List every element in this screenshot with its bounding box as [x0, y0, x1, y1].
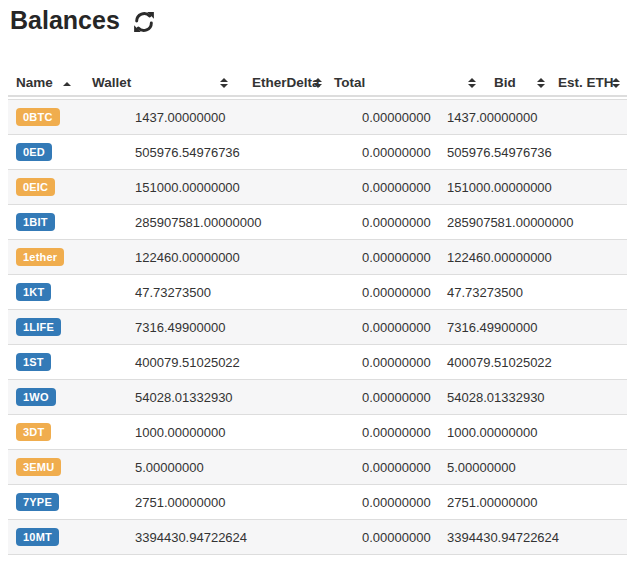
column-header-name[interactable]: Name — [16, 75, 53, 90]
name-cell: 1ether — [8, 248, 135, 266]
total-value: 7316.49900000 — [447, 320, 627, 335]
total-value: 2751.00000000 — [447, 495, 627, 510]
wallet-value: 400079.51025022 — [135, 355, 362, 370]
sort-ascending-icon[interactable] — [63, 82, 71, 86]
total-value: 54028.01332930 — [447, 390, 627, 405]
table-row: 1ether 122460.00000000 0.00000000 122460… — [8, 239, 627, 274]
token-badge: 0BTC — [16, 108, 60, 126]
balances-table: 0BTC 1437.00000000 0.00000000 1437.00000… — [8, 99, 627, 555]
total-value: 47.73273500 — [447, 285, 627, 300]
name-cell: 1BIT — [8, 213, 135, 231]
token-badge: 7YPE — [16, 493, 59, 511]
total-value: 1437.00000000 — [447, 110, 627, 125]
wallet-value: 122460.00000000 — [135, 250, 362, 265]
sort-both-directions-icon[interactable] — [220, 78, 228, 88]
token-badge: 3DT — [16, 423, 51, 441]
name-cell: 10MT — [8, 528, 135, 546]
sort-both-directions-icon[interactable] — [468, 78, 476, 88]
wallet-value: 1000.00000000 — [135, 425, 362, 440]
token-badge: 1LIFE — [16, 318, 61, 336]
etherdelta-value: 0.00000000 — [362, 425, 447, 440]
name-cell: 1ST — [8, 353, 135, 371]
etherdelta-value: 0.00000000 — [362, 495, 447, 510]
sort-both-directions-icon[interactable] — [314, 78, 322, 88]
etherdelta-value: 0.00000000 — [362, 110, 447, 125]
etherdelta-value: 0.00000000 — [362, 285, 447, 300]
total-value: 3394430.94722624 — [447, 530, 627, 545]
name-cell: 7YPE — [8, 493, 135, 511]
table-row: 1WO 54028.01332930 0.00000000 54028.0133… — [8, 379, 627, 414]
total-value: 285907581.00000000 — [447, 215, 627, 230]
wallet-value: 5.00000000 — [135, 460, 362, 475]
name-cell: 1KT — [8, 283, 135, 301]
table-row: 10MT 3394430.94722624 0.00000000 3394430… — [8, 519, 627, 554]
table-header-row: NameWalletEtherDeltaTotalBidEst. ETH — [8, 70, 627, 97]
wallet-value: 7316.49900000 — [135, 320, 362, 335]
token-badge: 0ED — [16, 143, 52, 161]
name-cell: 0ED — [8, 143, 135, 161]
name-cell: 1LIFE — [8, 318, 135, 336]
total-value: 151000.00000000 — [447, 180, 627, 195]
sort-both-directions-icon[interactable] — [612, 78, 620, 88]
total-value: 122460.00000000 — [447, 250, 627, 265]
etherdelta-value: 0.00000000 — [362, 215, 447, 230]
sort-both-directions-icon[interactable] — [537, 78, 545, 88]
etherdelta-value: 0.00000000 — [362, 460, 447, 475]
column-header-est-eth[interactable]: Est. ETH — [558, 75, 614, 90]
table-row: 0ED 505976.54976736 0.00000000 505976.54… — [8, 134, 627, 169]
total-value: 400079.51025022 — [447, 355, 627, 370]
table-row: 3DT 1000.00000000 0.00000000 1000.000000… — [8, 414, 627, 449]
column-header-total[interactable]: Total — [334, 75, 365, 90]
page-title: Balances — [10, 5, 120, 35]
table-row: 0EIC 151000.00000000 0.00000000 151000.0… — [8, 169, 627, 204]
table-row: 1BIT 285907581.00000000 0.00000000 28590… — [8, 204, 627, 239]
etherdelta-value: 0.00000000 — [362, 250, 447, 265]
etherdelta-value: 0.00000000 — [362, 390, 447, 405]
name-cell: 0BTC — [8, 108, 135, 126]
wallet-value: 3394430.94722624 — [135, 530, 362, 545]
etherdelta-value: 0.00000000 — [362, 145, 447, 160]
etherdelta-value: 0.00000000 — [362, 530, 447, 545]
token-badge: 1ether — [16, 248, 64, 266]
total-value: 505976.54976736 — [447, 145, 627, 160]
etherdelta-value: 0.00000000 — [362, 180, 447, 195]
wallet-value: 151000.00000000 — [135, 180, 362, 195]
token-badge: 3EMU — [16, 458, 61, 476]
token-badge: 10MT — [16, 528, 59, 546]
refresh-icon[interactable] — [133, 11, 155, 33]
column-header-wallet[interactable]: Wallet — [92, 75, 131, 90]
wallet-value: 505976.54976736 — [135, 145, 362, 160]
column-header-bid[interactable]: Bid — [494, 75, 516, 90]
token-badge: 1KT — [16, 283, 51, 301]
table-row: 7YPE 2751.00000000 0.00000000 2751.00000… — [8, 484, 627, 519]
wallet-value: 54028.01332930 — [135, 390, 362, 405]
total-value: 1000.00000000 — [447, 425, 627, 440]
table-row: 1KT 47.73273500 0.00000000 47.73273500 — [8, 274, 627, 309]
name-cell: 1WO — [8, 388, 135, 406]
table-row: 3EMU 5.00000000 0.00000000 5.00000000 — [8, 449, 627, 484]
name-cell: 0EIC — [8, 178, 135, 196]
wallet-value: 2751.00000000 — [135, 495, 362, 510]
etherdelta-value: 0.00000000 — [362, 355, 447, 370]
table-row: 1ST 400079.51025022 0.00000000 400079.51… — [8, 344, 627, 379]
column-header-etherdelta[interactable]: EtherDelta — [252, 75, 320, 90]
name-cell: 3DT — [8, 423, 135, 441]
wallet-value: 1437.00000000 — [135, 110, 362, 125]
etherdelta-value: 0.00000000 — [362, 320, 447, 335]
wallet-value: 285907581.00000000 — [135, 215, 362, 230]
table-row: 0BTC 1437.00000000 0.00000000 1437.00000… — [8, 99, 627, 134]
total-value: 5.00000000 — [447, 460, 627, 475]
balances-page: Balances NameWalletEtherDeltaTotalBidEst… — [0, 0, 640, 568]
token-badge: 1WO — [16, 388, 56, 406]
page-header: Balances — [10, 5, 155, 35]
token-badge: 1ST — [16, 353, 51, 371]
wallet-value: 47.73273500 — [135, 285, 362, 300]
table-row: 1LIFE 7316.49900000 0.00000000 7316.4990… — [8, 309, 627, 344]
token-badge: 1BIT — [16, 213, 55, 231]
token-badge: 0EIC — [16, 178, 55, 196]
name-cell: 3EMU — [8, 458, 135, 476]
